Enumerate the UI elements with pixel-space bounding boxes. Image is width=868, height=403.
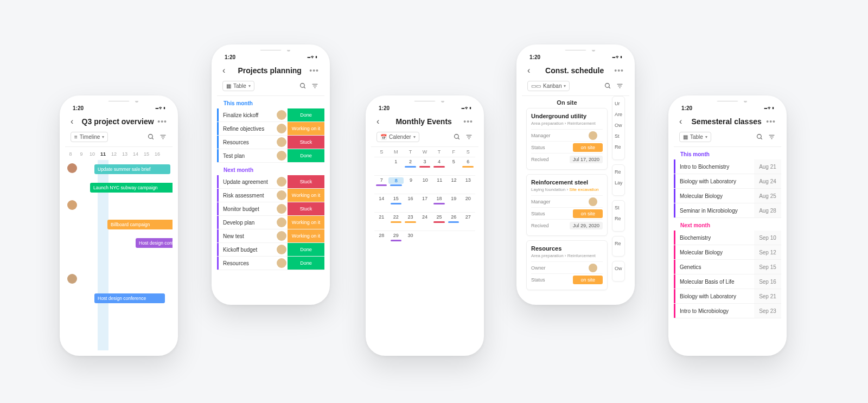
calendar-event[interactable] bbox=[376, 184, 387, 186]
calendar-day[interactable]: 25 bbox=[432, 213, 446, 220]
timeline-date[interactable]: 16 bbox=[152, 151, 163, 157]
back-icon[interactable]: ‹ bbox=[679, 117, 687, 126]
view-selector[interactable]: ▭▭ Kanban ▾ bbox=[527, 81, 570, 91]
table-row[interactable]: Kickoff budgetDone bbox=[217, 243, 324, 257]
table-row[interactable]: Refine objectivesWorking on it bbox=[217, 122, 324, 136]
table-row[interactable]: BiochemistrySep 10 bbox=[674, 231, 781, 245]
timeline-date[interactable]: 12 bbox=[108, 151, 119, 157]
calendar-day[interactable] bbox=[418, 231, 432, 233]
calendar-day[interactable]: 24 bbox=[418, 213, 432, 220]
calendar-day[interactable]: 16 bbox=[403, 194, 418, 201]
more-icon[interactable]: ••• bbox=[157, 117, 167, 126]
calendar-day[interactable]: 10 bbox=[418, 176, 432, 183]
table-row[interactable]: Intro to BiochemistryAug 21 bbox=[674, 159, 781, 174]
calendar-day[interactable]: 7 bbox=[374, 176, 388, 183]
timeline-date[interactable]: 10 bbox=[87, 151, 98, 157]
calendar-event[interactable] bbox=[391, 221, 402, 223]
avatar[interactable] bbox=[277, 177, 286, 187]
calendar-event[interactable] bbox=[391, 203, 402, 204]
calendar-day[interactable]: 23 bbox=[403, 213, 418, 220]
more-icon[interactable]: ••• bbox=[614, 66, 624, 75]
calendar-day[interactable]: 1 bbox=[389, 157, 404, 164]
avatar[interactable] bbox=[277, 218, 286, 227]
status-cell[interactable]: Done bbox=[288, 243, 324, 256]
filter-icon[interactable] bbox=[615, 82, 624, 91]
status-cell[interactable]: Stuck bbox=[288, 136, 324, 149]
avatar[interactable] bbox=[277, 258, 286, 268]
table-row[interactable]: Molecular Basis of LifeSep 16 bbox=[674, 274, 781, 289]
calendar-day[interactable]: 5 bbox=[446, 157, 461, 164]
calendar-event[interactable] bbox=[405, 166, 416, 168]
filter-icon[interactable] bbox=[158, 133, 167, 142]
calendar-day[interactable] bbox=[461, 231, 475, 233]
avatar[interactable] bbox=[277, 110, 286, 120]
timeline-date[interactable]: 11 bbox=[98, 151, 108, 157]
calendar-day[interactable]: 8 bbox=[388, 176, 404, 184]
table-row[interactable]: Biology with LaboratoryAug 24 bbox=[674, 174, 781, 189]
status-cell[interactable]: Done bbox=[288, 257, 324, 270]
timeline-date[interactable]: 14 bbox=[130, 151, 141, 157]
table-row[interactable]: ResourcesDone bbox=[217, 257, 324, 270]
timeline-bar[interactable]: Launch NYC subway campaign bbox=[90, 183, 177, 193]
table-row[interactable]: Finalize kickoffDone bbox=[217, 108, 324, 122]
status-cell[interactable]: Done bbox=[288, 108, 324, 121]
table-row[interactable]: Develop planWorking on it bbox=[217, 216, 324, 229]
table-row[interactable]: Molecular BiologyAug 25 bbox=[674, 189, 781, 203]
calendar-day[interactable]: 9 bbox=[404, 176, 418, 183]
calendar-day[interactable]: 12 bbox=[446, 176, 461, 183]
table-row[interactable]: GeneticsSep 15 bbox=[674, 260, 781, 274]
status-cell[interactable]: Working on it bbox=[288, 189, 324, 202]
avatar[interactable] bbox=[277, 124, 286, 133]
avatar[interactable] bbox=[277, 190, 286, 200]
kanban-column-peek[interactable]: UrAreOwStReReLayStReReOw bbox=[612, 96, 625, 295]
avatar[interactable] bbox=[277, 151, 286, 161]
kanban-card[interactable]: ResourcesArea preparation › Reinforcemen… bbox=[526, 240, 608, 290]
calendar-day[interactable]: 15 bbox=[389, 194, 404, 201]
filter-icon[interactable] bbox=[767, 133, 776, 142]
timeline-date[interactable]: 9 bbox=[76, 151, 87, 157]
more-icon[interactable]: ••• bbox=[309, 66, 319, 75]
search-icon[interactable] bbox=[452, 133, 461, 142]
table-row[interactable]: New testWorking on it bbox=[217, 229, 324, 243]
filter-icon[interactable] bbox=[310, 82, 319, 91]
calendar-day[interactable]: 11 bbox=[432, 176, 446, 183]
kanban-card-peek[interactable]: StRe bbox=[612, 200, 625, 232]
avatar[interactable] bbox=[67, 274, 77, 284]
calendar-event[interactable] bbox=[390, 184, 402, 186]
calendar-day[interactable]: 29 bbox=[389, 231, 404, 238]
more-icon[interactable]: ••• bbox=[463, 117, 473, 126]
calendar-day[interactable]: 17 bbox=[418, 194, 432, 201]
calendar-event[interactable] bbox=[462, 166, 474, 168]
table-row[interactable]: Biology with LaboratorySep 21 bbox=[674, 289, 781, 304]
calendar-day[interactable]: 3 bbox=[418, 157, 432, 164]
calendar-event[interactable] bbox=[433, 203, 445, 204]
timeline-body[interactable]: Update summer sale briefLaunch NYC subwa… bbox=[65, 160, 173, 355]
back-icon[interactable]: ‹ bbox=[376, 117, 384, 126]
status-cell[interactable]: Done bbox=[288, 149, 324, 162]
avatar[interactable] bbox=[277, 245, 286, 254]
calendar-day[interactable]: 4 bbox=[432, 157, 446, 164]
calendar-day[interactable] bbox=[374, 157, 389, 159]
table-row[interactable]: Seminar in MicrobiologyAug 28 bbox=[674, 203, 781, 218]
calendar-day[interactable]: 14 bbox=[374, 194, 389, 201]
timeline-date[interactable]: 15 bbox=[141, 151, 152, 157]
avatar[interactable] bbox=[589, 131, 597, 140]
status-badge[interactable]: on site bbox=[573, 276, 603, 284]
kanban-card-peek[interactable]: Ow bbox=[612, 261, 625, 282]
calendar-day[interactable]: 28 bbox=[374, 231, 389, 238]
table-row[interactable]: Test planDone bbox=[217, 149, 324, 163]
group-header[interactable]: Next month bbox=[217, 163, 324, 175]
avatar[interactable] bbox=[589, 264, 597, 272]
calendar-day[interactable]: 30 bbox=[403, 231, 418, 238]
kanban-card-peek[interactable]: Re bbox=[612, 236, 625, 257]
kanban-card[interactable]: Reinforcement steelLaying foundation › S… bbox=[526, 174, 608, 236]
calendar-day[interactable]: 6 bbox=[461, 157, 475, 164]
calendar-day[interactable] bbox=[446, 231, 461, 233]
search-icon[interactable] bbox=[603, 82, 612, 91]
calendar-event[interactable] bbox=[448, 221, 459, 223]
calendar-grid[interactable]: 1234567891011121314151617181920212223242… bbox=[374, 157, 475, 249]
avatar[interactable] bbox=[589, 197, 597, 206]
more-icon[interactable]: ••• bbox=[766, 117, 776, 126]
avatar[interactable] bbox=[67, 200, 77, 210]
calendar-day[interactable] bbox=[432, 231, 446, 233]
